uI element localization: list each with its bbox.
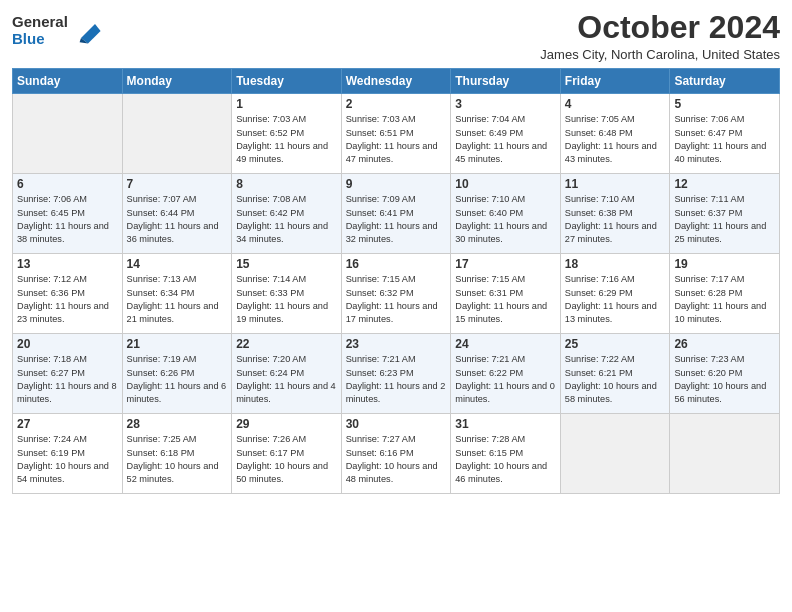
- calendar-cell: [122, 94, 232, 174]
- day-number: 19: [674, 257, 775, 271]
- logo: General Blue: [12, 14, 102, 47]
- day-info: Sunrise: 7:11 AMSunset: 6:37 PMDaylight:…: [674, 193, 775, 246]
- calendar-cell: 2Sunrise: 7:03 AMSunset: 6:51 PMDaylight…: [341, 94, 451, 174]
- calendar-cell: 30Sunrise: 7:27 AMSunset: 6:16 PMDayligh…: [341, 414, 451, 494]
- day-number: 22: [236, 337, 337, 351]
- calendar-cell: 6Sunrise: 7:06 AMSunset: 6:45 PMDaylight…: [13, 174, 123, 254]
- page-container: General Blue October 2024 James City, No…: [0, 0, 792, 506]
- day-number: 5: [674, 97, 775, 111]
- day-number: 27: [17, 417, 118, 431]
- calendar-cell: 15Sunrise: 7:14 AMSunset: 6:33 PMDayligh…: [232, 254, 342, 334]
- day-number: 30: [346, 417, 447, 431]
- calendar-cell: 7Sunrise: 7:07 AMSunset: 6:44 PMDaylight…: [122, 174, 232, 254]
- day-info: Sunrise: 7:10 AMSunset: 6:38 PMDaylight:…: [565, 193, 666, 246]
- calendar-cell: 18Sunrise: 7:16 AMSunset: 6:29 PMDayligh…: [560, 254, 670, 334]
- calendar-cell: 28Sunrise: 7:25 AMSunset: 6:18 PMDayligh…: [122, 414, 232, 494]
- weekday-header-cell: Monday: [122, 69, 232, 94]
- day-number: 15: [236, 257, 337, 271]
- day-number: 12: [674, 177, 775, 191]
- day-number: 2: [346, 97, 447, 111]
- day-number: 6: [17, 177, 118, 191]
- calendar-cell: 8Sunrise: 7:08 AMSunset: 6:42 PMDaylight…: [232, 174, 342, 254]
- day-number: 18: [565, 257, 666, 271]
- calendar-week-row: 27Sunrise: 7:24 AMSunset: 6:19 PMDayligh…: [13, 414, 780, 494]
- day-info: Sunrise: 7:17 AMSunset: 6:28 PMDaylight:…: [674, 273, 775, 326]
- calendar-cell: 1Sunrise: 7:03 AMSunset: 6:52 PMDaylight…: [232, 94, 342, 174]
- calendar-body: 1Sunrise: 7:03 AMSunset: 6:52 PMDaylight…: [13, 94, 780, 494]
- weekday-header-cell: Wednesday: [341, 69, 451, 94]
- day-info: Sunrise: 7:15 AMSunset: 6:32 PMDaylight:…: [346, 273, 447, 326]
- day-number: 21: [127, 337, 228, 351]
- day-info: Sunrise: 7:10 AMSunset: 6:40 PMDaylight:…: [455, 193, 556, 246]
- calendar-cell: 26Sunrise: 7:23 AMSunset: 6:20 PMDayligh…: [670, 334, 780, 414]
- calendar-cell: 5Sunrise: 7:06 AMSunset: 6:47 PMDaylight…: [670, 94, 780, 174]
- weekday-header-row: SundayMondayTuesdayWednesdayThursdayFrid…: [13, 69, 780, 94]
- day-number: 3: [455, 97, 556, 111]
- calendar-cell: 4Sunrise: 7:05 AMSunset: 6:48 PMDaylight…: [560, 94, 670, 174]
- day-info: Sunrise: 7:15 AMSunset: 6:31 PMDaylight:…: [455, 273, 556, 326]
- weekday-header-cell: Tuesday: [232, 69, 342, 94]
- calendar-table: SundayMondayTuesdayWednesdayThursdayFrid…: [12, 68, 780, 494]
- calendar-week-row: 6Sunrise: 7:06 AMSunset: 6:45 PMDaylight…: [13, 174, 780, 254]
- calendar-cell: 25Sunrise: 7:22 AMSunset: 6:21 PMDayligh…: [560, 334, 670, 414]
- calendar-cell: [560, 414, 670, 494]
- calendar-cell: 13Sunrise: 7:12 AMSunset: 6:36 PMDayligh…: [13, 254, 123, 334]
- day-info: Sunrise: 7:14 AMSunset: 6:33 PMDaylight:…: [236, 273, 337, 326]
- day-info: Sunrise: 7:12 AMSunset: 6:36 PMDaylight:…: [17, 273, 118, 326]
- logo-blue: Blue: [12, 30, 45, 47]
- day-number: 11: [565, 177, 666, 191]
- calendar-cell: 29Sunrise: 7:26 AMSunset: 6:17 PMDayligh…: [232, 414, 342, 494]
- day-number: 9: [346, 177, 447, 191]
- day-info: Sunrise: 7:06 AMSunset: 6:47 PMDaylight:…: [674, 113, 775, 166]
- day-number: 7: [127, 177, 228, 191]
- day-number: 25: [565, 337, 666, 351]
- day-info: Sunrise: 7:04 AMSunset: 6:49 PMDaylight:…: [455, 113, 556, 166]
- day-number: 20: [17, 337, 118, 351]
- day-info: Sunrise: 7:22 AMSunset: 6:21 PMDaylight:…: [565, 353, 666, 406]
- calendar-cell: 24Sunrise: 7:21 AMSunset: 6:22 PMDayligh…: [451, 334, 561, 414]
- weekday-header-cell: Sunday: [13, 69, 123, 94]
- day-info: Sunrise: 7:27 AMSunset: 6:16 PMDaylight:…: [346, 433, 447, 486]
- calendar-cell: [13, 94, 123, 174]
- month-title: October 2024: [540, 10, 780, 45]
- calendar-week-row: 1Sunrise: 7:03 AMSunset: 6:52 PMDaylight…: [13, 94, 780, 174]
- calendar-cell: 27Sunrise: 7:24 AMSunset: 6:19 PMDayligh…: [13, 414, 123, 494]
- calendar-cell: 14Sunrise: 7:13 AMSunset: 6:34 PMDayligh…: [122, 254, 232, 334]
- weekday-header-cell: Saturday: [670, 69, 780, 94]
- day-number: 24: [455, 337, 556, 351]
- calendar-cell: 16Sunrise: 7:15 AMSunset: 6:32 PMDayligh…: [341, 254, 451, 334]
- day-number: 10: [455, 177, 556, 191]
- calendar-cell: 22Sunrise: 7:20 AMSunset: 6:24 PMDayligh…: [232, 334, 342, 414]
- day-info: Sunrise: 7:08 AMSunset: 6:42 PMDaylight:…: [236, 193, 337, 246]
- calendar-cell: 17Sunrise: 7:15 AMSunset: 6:31 PMDayligh…: [451, 254, 561, 334]
- day-info: Sunrise: 7:24 AMSunset: 6:19 PMDaylight:…: [17, 433, 118, 486]
- calendar-cell: 11Sunrise: 7:10 AMSunset: 6:38 PMDayligh…: [560, 174, 670, 254]
- day-info: Sunrise: 7:13 AMSunset: 6:34 PMDaylight:…: [127, 273, 228, 326]
- calendar-cell: 3Sunrise: 7:04 AMSunset: 6:49 PMDaylight…: [451, 94, 561, 174]
- day-info: Sunrise: 7:06 AMSunset: 6:45 PMDaylight:…: [17, 193, 118, 246]
- calendar-cell: 20Sunrise: 7:18 AMSunset: 6:27 PMDayligh…: [13, 334, 123, 414]
- calendar-cell: 10Sunrise: 7:10 AMSunset: 6:40 PMDayligh…: [451, 174, 561, 254]
- calendar-cell: 19Sunrise: 7:17 AMSunset: 6:28 PMDayligh…: [670, 254, 780, 334]
- day-number: 26: [674, 337, 775, 351]
- logo-icon: [74, 17, 102, 45]
- calendar-cell: 9Sunrise: 7:09 AMSunset: 6:41 PMDaylight…: [341, 174, 451, 254]
- day-number: 23: [346, 337, 447, 351]
- day-number: 16: [346, 257, 447, 271]
- title-block: October 2024 James City, North Carolina,…: [540, 10, 780, 62]
- day-number: 4: [565, 97, 666, 111]
- day-number: 1: [236, 97, 337, 111]
- day-number: 8: [236, 177, 337, 191]
- day-number: 29: [236, 417, 337, 431]
- day-number: 28: [127, 417, 228, 431]
- header: General Blue October 2024 James City, No…: [12, 10, 780, 62]
- day-number: 14: [127, 257, 228, 271]
- weekday-header-cell: Thursday: [451, 69, 561, 94]
- calendar-week-row: 13Sunrise: 7:12 AMSunset: 6:36 PMDayligh…: [13, 254, 780, 334]
- location: James City, North Carolina, United State…: [540, 47, 780, 62]
- day-info: Sunrise: 7:07 AMSunset: 6:44 PMDaylight:…: [127, 193, 228, 246]
- day-info: Sunrise: 7:18 AMSunset: 6:27 PMDaylight:…: [17, 353, 118, 406]
- day-info: Sunrise: 7:28 AMSunset: 6:15 PMDaylight:…: [455, 433, 556, 486]
- calendar-cell: 31Sunrise: 7:28 AMSunset: 6:15 PMDayligh…: [451, 414, 561, 494]
- day-info: Sunrise: 7:23 AMSunset: 6:20 PMDaylight:…: [674, 353, 775, 406]
